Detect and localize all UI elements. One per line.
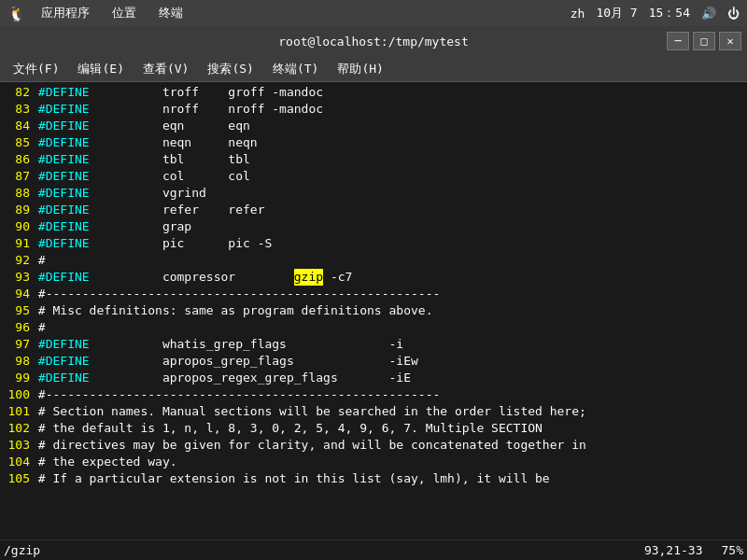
list-item: 100 #-----------------------------------… [4,386,743,403]
terminal-content: 82 #DEFINE troff groff -mandoc 83 #DEFIN… [0,82,747,539]
list-item: 91 #DEFINE pic pic -S [4,235,743,252]
list-item: 85 #DEFINE neqn neqn [4,134,743,151]
status-right: 93,21-33 75% [644,543,743,557]
list-item: 99 #DEFINE apropos_regex_grep_flags -iE [4,370,743,386]
menu-terminal[interactable]: 终端(T) [263,59,328,79]
list-item: 86 #DEFINE tbl tbl [4,151,743,168]
status-bar: /gzip 93,21-33 75% [0,539,747,560]
system-logo-icon: 🐧 [7,5,26,22]
list-item: 89 #DEFINE refer refer [4,202,743,218]
system-date: 10月 7 [596,5,637,21]
search-term: /gzip [4,543,40,557]
list-item: 98 #DEFINE apropos_grep_flags -iEw [4,353,743,370]
maximize-button[interactable]: □ [693,32,715,50]
app-menu[interactable]: 应用程序 [41,5,90,21]
menu-file[interactable]: 文件(F) [4,59,68,79]
system-lang: zh [571,7,585,21]
menu-search[interactable]: 搜索(S) [198,59,262,79]
list-item: 84 #DEFINE eqn eqn [4,118,743,134]
power-icon[interactable]: ⏻ [727,7,740,21]
list-item: 93 #DEFINE compressor gzip -c7 [4,269,743,286]
list-item: 101 # Section names. Manual sections wil… [4,403,743,420]
list-item: 105 # If a particular extension is not i… [4,470,743,487]
list-item: 82 #DEFINE troff groff -mandoc [4,84,743,101]
list-item: 102 # the default is 1, n, l, 8, 3, 0, 2… [4,420,743,437]
list-item: 103 # directives may be given for clarit… [4,437,743,454]
list-item: 88 #DEFINE vgrind [4,185,743,202]
list-item: 92 # [4,252,743,269]
status-search: /gzip [4,543,644,557]
list-item: 87 #DEFINE col col [4,168,743,185]
title-bar: root@localhost:/tmp/mytest ─ □ ✕ [0,26,747,56]
volume-icon[interactable]: 🔊 [701,7,716,21]
position-menu[interactable]: 位置 [112,5,136,21]
system-time: 15：54 [649,5,690,21]
system-bar-left: 🐧 应用程序 位置 终端 [7,5,190,22]
minimize-button[interactable]: ─ [667,32,689,50]
system-bar: 🐧 应用程序 位置 终端 zh 10月 7 15：54 🔊 ⏻ [0,0,747,26]
scroll-percent: 75% [722,543,743,557]
list-item: 96 # [4,319,743,336]
close-button[interactable]: ✕ [719,32,741,50]
list-item: 94 #------------------------------------… [4,286,743,302]
list-item: 97 #DEFINE whatis_grep_flags -i [4,336,743,353]
cursor-position: 93,21-33 [644,543,703,557]
menu-edit[interactable]: 编辑(E) [68,59,133,79]
menu-bar: 文件(F) 编辑(E) 查看(V) 搜索(S) 终端(T) 帮助(H) [0,56,747,82]
list-item: 95 # Misc definitions: same as program d… [4,302,743,319]
menu-view[interactable]: 查看(V) [134,59,198,79]
window-controls: ─ □ ✕ [667,32,741,50]
window-title: root@localhost:/tmp/mytest [278,35,469,49]
terminal-menu[interactable]: 终端 [159,5,183,21]
system-bar-right: zh 10月 7 15：54 🔊 ⏻ [571,5,740,21]
menu-help[interactable]: 帮助(H) [328,59,392,79]
search-highlight: gzip [294,269,323,286]
list-item: 90 #DEFINE grap [4,218,743,235]
list-item: 104 # the expected way. [4,454,743,470]
list-item: 83 #DEFINE nroff nroff -mandoc [4,101,743,118]
terminal-window: root@localhost:/tmp/mytest ─ □ ✕ 文件(F) 编… [0,26,747,560]
